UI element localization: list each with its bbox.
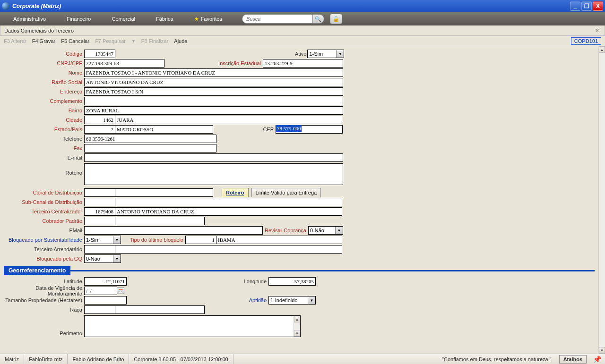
endereco-field[interactable] [84, 87, 343, 96]
longitude-field[interactable] [268, 277, 316, 286]
canal-cod-field[interactable] [84, 188, 115, 197]
cobrador-nome-field[interactable] [115, 217, 205, 225]
status-seg-3[interactable]: Corporate 8.60.05 - 07/02/2013 12:00:00 [129, 354, 233, 364]
status-seg-0[interactable]: Matriz [0, 354, 24, 364]
tamprop-field[interactable] [84, 296, 127, 305]
listbox-scrollbar[interactable]: ▲ ▼ [294, 316, 300, 337]
calendar-icon[interactable]: 📅 [117, 288, 124, 294]
cnpjcpf-field[interactable] [84, 59, 164, 68]
raca-nome-field[interactable] [115, 305, 205, 314]
label-email: E-mail [0, 155, 84, 161]
cidade-nome-field[interactable] [115, 116, 342, 124]
chevron-down-icon: ▼ [113, 236, 121, 244]
label-cep: CEP [213, 127, 276, 132]
cobrador-cod-field[interactable] [84, 217, 115, 225]
email-field[interactable] [84, 153, 343, 162]
label-bairro: Bairro [0, 108, 84, 113]
chevron-down-icon: ▼ [336, 50, 344, 58]
email2-field[interactable] [84, 226, 263, 235]
raca-cod-field[interactable] [84, 305, 115, 314]
terarrend-cod-field[interactable] [84, 245, 115, 254]
label-roteiro: Roteiro [0, 163, 84, 176]
bloqgq-select[interactable]: 0-Não▼ [84, 254, 121, 263]
status-seg-2[interactable]: Fabio Adriano de Brito [68, 354, 129, 364]
estado-cod-field[interactable] [84, 125, 115, 134]
label-complemento: Complemento [0, 98, 84, 104]
revcobr-select[interactable]: 0-Não▼ [308, 226, 343, 235]
tipobloq-cod-field[interactable] [185, 236, 216, 244]
inscest-field[interactable] [263, 59, 343, 68]
label-canaldist: Canal de Distribuição [0, 190, 84, 195]
pin-icon[interactable]: 📌 [589, 356, 605, 363]
label-razao: Razão Social [0, 79, 84, 85]
page-close-button[interactable]: × [593, 27, 601, 34]
f5-cancelar[interactable]: F5 Cancelar [61, 38, 89, 44]
terarrend-nome-field[interactable] [115, 245, 342, 254]
perimetro-listbox[interactable]: ▲ ▼ [84, 315, 301, 337]
datavig-field[interactable] [84, 287, 117, 295]
cidade-cod-field[interactable] [84, 116, 115, 124]
lock-button[interactable]: 🔓 [330, 14, 342, 24]
label-latitude: Latitude [0, 279, 84, 284]
bairro-field[interactable] [84, 106, 343, 115]
estado-nome-field[interactable] [115, 125, 213, 134]
latitude-field[interactable] [84, 277, 127, 286]
menu-administrativo[interactable]: Administrativo [3, 12, 56, 25]
tercentr-nome-field[interactable] [115, 207, 342, 216]
codigo-field[interactable] [84, 50, 115, 58]
label-revcobr: Revisar Cobrança [263, 228, 308, 233]
search-button[interactable]: 🔍 [313, 14, 324, 24]
label-endereco: Endereço [0, 89, 84, 94]
page-title-bar: Dados Comerciais do Terceiro × [0, 25, 605, 36]
ajuda[interactable]: Ajuda [174, 38, 187, 44]
label-inscest: Inscrição Estadual [164, 60, 263, 66]
subcanal-cod-field[interactable] [84, 198, 115, 206]
f4-gravar[interactable]: F4 Gravar [32, 38, 56, 44]
subcanal-nome-field[interactable] [115, 198, 342, 206]
tipobloq-nome-field[interactable] [216, 236, 342, 244]
cep-field[interactable]: 78.575-000 [276, 125, 343, 134]
scroll-up-icon[interactable]: ▲ [599, 46, 605, 53]
maximize-button[interactable]: ❐ [581, 1, 592, 11]
label-cnpjcpf: CNPJ/CPF [0, 60, 84, 66]
menu-financeiro[interactable]: Financeiro [56, 12, 101, 25]
razao-field[interactable] [84, 78, 343, 86]
atalhos-button[interactable]: Atalhos [559, 355, 587, 364]
label-codigo: Código [0, 51, 84, 57]
canal-nome-field[interactable] [115, 188, 213, 197]
close-button[interactable]: X [593, 1, 603, 11]
page-title: Dados Comerciais do Terceiro [4, 28, 74, 34]
label-subcanal: Sub-Canal de Distribuição [0, 199, 84, 205]
nome-field[interactable] [84, 68, 343, 77]
label-telefone: Telefone [0, 136, 84, 142]
search-input[interactable] [242, 14, 313, 24]
roteiro-field[interactable] [84, 163, 343, 185]
limite-button[interactable]: Limite Válido para Entrega [251, 188, 321, 197]
label-longitude: Longitude [127, 279, 268, 284]
minimize-button[interactable]: _ [570, 1, 580, 11]
menu-comercial[interactable]: Comercial [101, 12, 146, 25]
screen-code: COPD101 [571, 37, 601, 45]
menu-favoritos[interactable]: ★Favoritos [184, 12, 233, 25]
statusbar: Matriz FabioBrito-mtz Fabio Adriano de B… [0, 354, 605, 364]
bloqsust-select[interactable]: 1-Sim▼ [84, 236, 121, 244]
status-seg-1[interactable]: FabioBrito-mtz [24, 354, 68, 364]
scroll-up-icon[interactable]: ▲ [294, 316, 300, 322]
label-estado: Estado/País [0, 127, 84, 132]
vertical-scrollbar[interactable]: ▲ ▼ [598, 46, 605, 354]
aptidao-select[interactable]: 1-Indefinido▼ [268, 296, 316, 305]
scroll-down-icon[interactable]: ▼ [599, 347, 605, 354]
ativo-select[interactable]: 1-Sim▼ [307, 50, 344, 58]
fax-field[interactable] [84, 144, 216, 152]
scroll-down-icon[interactable]: ▼ [294, 330, 300, 337]
tercentr-cod-field[interactable] [84, 207, 115, 216]
label-bloqgq: Bloqueado pela GQ [0, 256, 84, 262]
roteiro-button[interactable]: Roteiro [222, 188, 249, 197]
menu-fabrica[interactable]: Fábrica [146, 12, 184, 25]
app-icon [2, 2, 9, 10]
label-bloqsust: Bloqueado por Sustentabilidade [0, 237, 84, 243]
label-fax: Fax [0, 145, 84, 151]
complemento-field[interactable] [84, 97, 343, 105]
telefone-field[interactable] [84, 135, 216, 143]
section-georef: Georreferenciamento [4, 266, 595, 275]
